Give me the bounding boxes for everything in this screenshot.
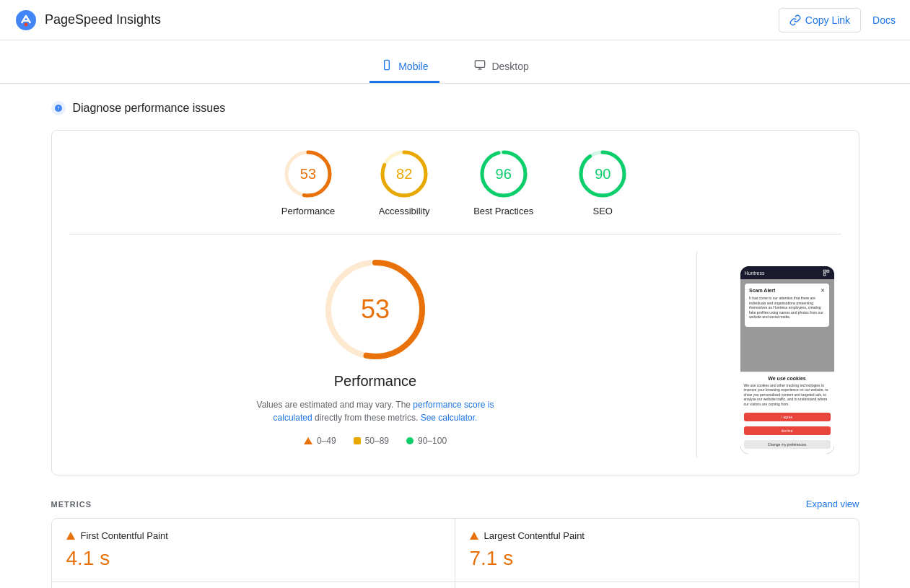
legend-item-red: 0–49 (304, 436, 336, 446)
modal-close-icon: ✕ (821, 288, 825, 294)
metric-item-tbt: Total Blocking Time (52, 582, 455, 588)
metric-lcp-header: Largest Contentful Paint (470, 530, 844, 541)
score-item-seo[interactable]: 90 SEO (577, 148, 629, 216)
lcp-name: Largest Contentful Paint (484, 530, 585, 541)
phone-brand: Huntress (745, 271, 765, 276)
main-content: Diagnose performance issues 53 Performan… (22, 84, 888, 588)
metrics-grid: First Contentful Paint 4.1 s Largest Con… (51, 518, 859, 588)
seo-score-label: SEO (593, 206, 613, 216)
accessibility-score-label: Accessibility (379, 206, 430, 216)
best-practices-score-value: 96 (496, 166, 512, 183)
cookie-title: We use cookies (744, 376, 831, 381)
accessibility-score-value: 82 (396, 166, 412, 183)
scores-row: 53 Performance 82 Accessibility (69, 148, 841, 234)
score-item-accessibility[interactable]: 82 Accessibility (378, 148, 430, 216)
legend: 0–49 50–89 90–100 (304, 436, 447, 446)
big-score-container: 53 Performance Values are estimated and … (98, 252, 653, 446)
performance-score-value: 53 (300, 166, 316, 183)
metrics-header: METRICS Expand view (51, 499, 859, 509)
left-panel: 53 Performance Values are estimated and … (69, 252, 653, 457)
docs-link[interactable]: Docs (872, 14, 896, 26)
score-description: Values are estimated and may vary. The p… (238, 398, 512, 424)
metric-fcp-header: First Contentful Paint (66, 530, 440, 541)
score-card: 53 Performance 82 Accessibility (51, 130, 859, 475)
score-circle-performance: 53 (282, 148, 334, 200)
scam-alert-modal: Scam Alert ✕ It has come to our attentio… (745, 284, 829, 327)
cookie-text: We use cookies and other tracking techno… (744, 383, 831, 407)
svg-rect-20 (823, 273, 826, 276)
metrics-section: METRICS Expand view First Contentful Pai… (51, 499, 859, 588)
legend-item-orange: 50–89 (354, 436, 389, 446)
cookie-preferences-button[interactable]: Change my preferences (744, 440, 831, 449)
metric-item-lcp: Largest Contentful Paint 7.1 s (455, 519, 859, 582)
triangle-icon (304, 437, 312, 444)
tab-desktop-label: Desktop (491, 61, 528, 72)
tab-mobile-label: Mobile (398, 61, 428, 72)
cookie-decline-button[interactable]: decline (744, 426, 831, 435)
modal-title: Scam Alert ✕ (749, 288, 825, 294)
score-circle-accessibility: 82 (378, 148, 430, 200)
svg-point-1 (25, 22, 28, 26)
legend-red-label: 0–49 (317, 436, 336, 446)
score-circle-best-practices: 96 (478, 148, 530, 200)
content-area: 53 Performance Values are estimated and … (69, 234, 841, 457)
modal-body: It has come to our attention that there … (749, 296, 825, 320)
tab-desktop[interactable]: Desktop (463, 52, 540, 83)
diagnose-icon (51, 101, 66, 115)
phone-inner: Huntress (740, 266, 834, 454)
score-item-performance[interactable]: 53 Performance (281, 148, 335, 216)
expand-view-link[interactable]: Expand view (806, 499, 859, 509)
tab-mobile[interactable]: Mobile (369, 52, 439, 83)
diagnose-heading: Diagnose performance issues (73, 102, 226, 115)
copy-link-button[interactable]: Copy Link (779, 8, 861, 32)
score-circle-seo: 90 (577, 148, 629, 200)
svg-rect-18 (823, 270, 826, 272)
header-left: PageSpeed Insights (14, 9, 161, 32)
big-score-num: 53 (361, 294, 390, 325)
best-practices-score-label: Best Practices (473, 206, 533, 216)
mobile-icon (381, 59, 393, 74)
fcp-value: 4.1 s (66, 547, 110, 569)
vertical-divider (696, 252, 697, 457)
score-item-best-practices[interactable]: 96 Best Practices (473, 148, 533, 216)
section-heading: Diagnose performance issues (51, 101, 859, 115)
triangle-red-icon (66, 532, 75, 540)
right-panel: Huntress (740, 252, 841, 457)
link-icon (789, 14, 801, 26)
header-right: Copy Link Docs (779, 8, 896, 32)
cookie-agree-button[interactable]: I agree (744, 413, 831, 421)
header: PageSpeed Insights Copy Link Docs (0, 0, 910, 40)
legend-orange-label: 50–89 (365, 436, 389, 446)
cookie-banner: We use cookies We use cookies and other … (740, 372, 834, 455)
big-score-circle: 53 (318, 252, 433, 367)
metric-item-cls: Cumulative Layout Shift (455, 582, 859, 588)
desktop-icon (474, 59, 486, 74)
metric-item-fcp: First Contentful Paint 4.1 s (52, 519, 455, 582)
seo-score-value: 90 (595, 166, 611, 183)
svg-rect-4 (476, 61, 485, 67)
performance-score-label: Performance (281, 206, 335, 216)
pagespeed-logo (14, 9, 38, 32)
square-icon (354, 437, 361, 444)
circle-icon (406, 437, 414, 444)
big-score-title: Performance (334, 373, 417, 390)
copy-link-label: Copy Link (805, 14, 850, 26)
lcp-value: 7.1 s (470, 547, 514, 569)
phone-content: Scam Alert ✕ It has come to our attentio… (740, 279, 834, 454)
phone-screenshot: Huntress (740, 266, 834, 454)
metrics-label: METRICS (51, 500, 92, 509)
legend-item-green: 90–100 (406, 436, 447, 446)
svg-rect-19 (826, 270, 828, 272)
app-title: PageSpeed Insights (45, 12, 161, 27)
calculator-link[interactable]: See calculator. (421, 413, 478, 423)
phone-header-icon (823, 269, 830, 276)
phone-header: Huntress (740, 266, 834, 279)
fcp-name: First Contentful Paint (81, 530, 168, 541)
legend-green-label: 90–100 (418, 436, 447, 446)
triangle-red-icon-lcp (470, 532, 478, 540)
tab-bar: Mobile Desktop (0, 40, 910, 84)
